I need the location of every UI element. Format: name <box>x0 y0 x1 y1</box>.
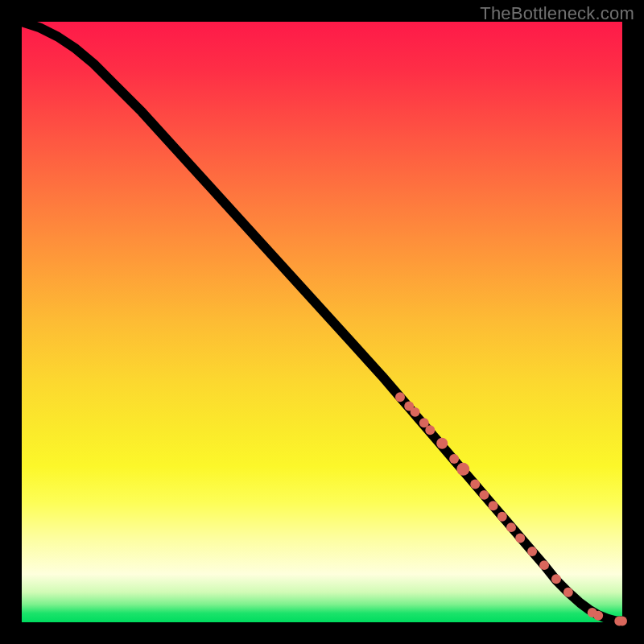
bottleneck-curve-line <box>22 22 622 621</box>
data-marker <box>411 407 420 417</box>
watermark-text: TheBottleneck.com <box>480 3 634 24</box>
plot-area <box>22 22 622 622</box>
marker-group <box>395 392 627 625</box>
data-marker <box>449 454 459 464</box>
data-marker <box>564 588 573 597</box>
data-marker <box>470 479 480 489</box>
data-marker <box>551 574 561 584</box>
data-marker <box>489 501 498 510</box>
data-marker <box>527 547 537 556</box>
figure-frame: TheBottleneck.com <box>0 0 644 644</box>
chart-svg <box>22 22 622 622</box>
data-marker <box>506 522 516 532</box>
data-marker <box>436 438 448 449</box>
data-marker <box>617 617 627 626</box>
data-marker <box>515 534 525 543</box>
data-marker <box>395 392 405 402</box>
data-marker <box>593 611 603 621</box>
data-marker <box>479 490 489 500</box>
data-marker <box>539 560 549 570</box>
data-marker <box>497 512 507 522</box>
data-marker <box>456 463 469 476</box>
data-marker <box>425 425 435 435</box>
